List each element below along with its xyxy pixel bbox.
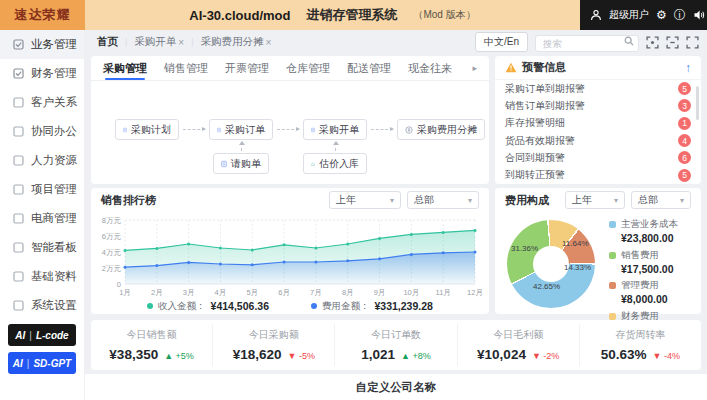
year-select[interactable]: 上年 ▾ xyxy=(565,191,625,209)
alert-row-stock[interactable]: 库存报警明细 1 xyxy=(495,115,701,132)
sidebar-item-dashboard[interactable]: 智能看板 xyxy=(0,233,84,262)
current-user[interactable]: 超级用户 xyxy=(609,8,649,22)
flow-node-purchase-billing[interactable]: 采购开单 xyxy=(303,119,367,140)
main-area: 首页 | 采购开单 × | 采购费用分摊 × 中文/En xyxy=(85,30,707,400)
gear-icon[interactable]: ⚙ xyxy=(656,9,667,22)
legend-dot xyxy=(609,221,616,228)
flow-node-label: 采购计划 xyxy=(131,123,171,137)
sidebar-item-label: 人力资源 xyxy=(31,153,77,168)
sidebar-item-project[interactable]: 项目管理 xyxy=(0,175,84,204)
alert-count-badge: 1 xyxy=(678,117,691,130)
flow-node-label: 采购开单 xyxy=(319,123,359,137)
ai-lcode-badge[interactable]: AI | L-code xyxy=(8,324,76,346)
svg-text:3月: 3月 xyxy=(183,288,195,297)
flow-arrow xyxy=(277,129,299,130)
slice-pct-label: 11.64% xyxy=(562,239,589,248)
stat-label: 今日订单数 xyxy=(335,328,456,342)
sidebar-item-label: 客户关系 xyxy=(31,95,77,110)
product-name: AI-30.cloud/mod xyxy=(189,8,290,23)
close-icon[interactable]: × xyxy=(266,37,272,48)
sidebar-item-ecommerce[interactable]: 电商管理 xyxy=(0,204,84,233)
close-icon[interactable]: × xyxy=(178,37,184,48)
svg-text:2月: 2月 xyxy=(151,288,163,297)
legend-dot xyxy=(609,313,616,320)
legend-dot xyxy=(311,303,317,309)
breadcrumb: 首页 | 采购开单 × | 采购费用分摊 × xyxy=(97,35,271,49)
legend-amount: ¥8,000.00 xyxy=(621,293,678,305)
tab-purchase-billing[interactable]: 采购开单 × xyxy=(134,35,184,49)
tab-cash-mgmt[interactable]: 现金往来 xyxy=(408,56,452,80)
fullscreen-icon[interactable] xyxy=(686,36,699,49)
tab-label: 采购开单 xyxy=(134,35,176,49)
legend-amount: ¥17,500.00 xyxy=(621,263,678,275)
module-icon xyxy=(13,126,24,137)
stat-value: 1,021 xyxy=(361,347,395,362)
sidebar-item-crm[interactable]: 客户关系 xyxy=(0,88,84,117)
legend-name: 费用金额： xyxy=(322,300,370,313)
tab-purchase-mgmt[interactable]: 采购管理 xyxy=(103,56,147,80)
svg-text:6月: 6月 xyxy=(278,288,290,297)
stat-value: ¥38,350 xyxy=(109,347,158,362)
flow-node-purchase-order[interactable]: 采购订单 xyxy=(209,119,273,140)
sidebar-item-basedata[interactable]: 基础资料 xyxy=(0,262,84,291)
alert-row-purchase-due[interactable]: 采购订单到期报警 5 xyxy=(495,80,701,97)
legend-name: 管理费用 xyxy=(621,279,659,292)
top-controls: 中文/En xyxy=(475,32,699,52)
arrow-up-icon[interactable]: ↑ xyxy=(685,61,691,75)
sales-area-chart: 02万元4万元6万元8万元1月2月3月4月5月6月7月8月9月10月11月12月 xyxy=(95,212,485,298)
org-select[interactable]: 总部 ▾ xyxy=(631,191,691,209)
alert-row-contract[interactable]: 合同到期预警 6 xyxy=(495,149,701,166)
legend-income: 收入金额： ¥414,506.36 xyxy=(147,300,269,313)
select-value: 总部 xyxy=(414,193,434,207)
tab-delivery-mgmt[interactable]: 配送管理 xyxy=(347,56,391,80)
legend-value: ¥414,506.36 xyxy=(211,300,269,312)
purchase-flow-card: 采购管理 销售管理 开票管理 仓库管理 配送管理 现金往来 ▸ 采购计划 采购订… xyxy=(91,56,489,184)
sidebar-item-hr[interactable]: 人力资源 xyxy=(0,146,84,175)
scan-icon[interactable] xyxy=(646,36,659,49)
info-icon[interactable]: ⓘ xyxy=(674,9,686,22)
sidebar-item-oa[interactable]: 协同办公 xyxy=(0,117,84,146)
alert-row-probation[interactable]: 到期转正预警 5 xyxy=(495,166,701,183)
alert-count-badge: 4 xyxy=(678,134,691,147)
flow-node-requisition[interactable]: 请购单 xyxy=(213,153,269,174)
tab-sales-mgmt[interactable]: 销售管理 xyxy=(164,56,208,80)
select-value: 上年 xyxy=(336,193,356,207)
badge-prefix: AI xyxy=(13,358,23,369)
speaker-icon[interactable] xyxy=(693,9,705,22)
alert-label: 货品有效期报警 xyxy=(505,134,575,148)
tab-invoice-mgmt[interactable]: 开票管理 xyxy=(225,56,269,80)
doc-icon xyxy=(221,159,227,169)
user-icon[interactable] xyxy=(590,9,602,22)
sidebar-item-business[interactable]: 业务管理 xyxy=(0,30,84,59)
flow-node-expense-allocation[interactable]: 采购费用分摊 xyxy=(397,119,485,140)
alert-row-expiry[interactable]: 货品有效期报警 4 xyxy=(495,132,701,149)
svg-text:9月: 9月 xyxy=(374,288,386,297)
alert-row-sales-due[interactable]: 销售订单到期报警 3 xyxy=(495,97,701,114)
module-icon xyxy=(13,300,24,311)
year-select[interactable]: 上年 ▾ xyxy=(329,191,401,209)
module-icon xyxy=(13,97,24,108)
scrollbar-thumb[interactable] xyxy=(696,86,699,120)
sidebar-item-settings[interactable]: 系统设置 xyxy=(0,291,84,320)
legend-expense: 费用金额： ¥331,239.28 xyxy=(311,300,433,313)
flow-node-purchase-plan[interactable]: 采购计划 xyxy=(115,119,179,140)
tab-warehouse-mgmt[interactable]: 仓库管理 xyxy=(286,56,330,80)
sidebar-item-label: 智能看板 xyxy=(31,240,77,255)
warning-icon xyxy=(505,62,517,73)
legend-dot xyxy=(609,252,616,259)
language-toggle-button[interactable]: 中文/En xyxy=(475,32,528,52)
sidebar-item-finance[interactable]: 财务管理 xyxy=(0,59,84,88)
ai-sdgpt-badge[interactable]: AI | SD-GPT xyxy=(8,352,76,374)
tab-purchase-expense[interactable]: 采购费用分摊 × xyxy=(201,35,272,49)
arrow-right-icon[interactable]: ▸ xyxy=(472,63,477,73)
legend-main-cost: 主营业务成本 ¥23,800.00 xyxy=(609,218,678,244)
sales-chart-title: 销售排行榜 xyxy=(101,193,156,208)
chevron-down-icon: ▾ xyxy=(680,196,684,205)
flow-node-estimated-inbound[interactable]: 估价入库 xyxy=(303,153,367,174)
exit-fullscreen-icon[interactable] xyxy=(666,36,679,49)
home-icon xyxy=(311,159,315,169)
badge-divider: | xyxy=(27,358,30,369)
tab-home[interactable]: 首页 xyxy=(97,35,118,49)
module-icon xyxy=(13,184,24,195)
org-select[interactable]: 总部 ▾ xyxy=(407,191,479,209)
